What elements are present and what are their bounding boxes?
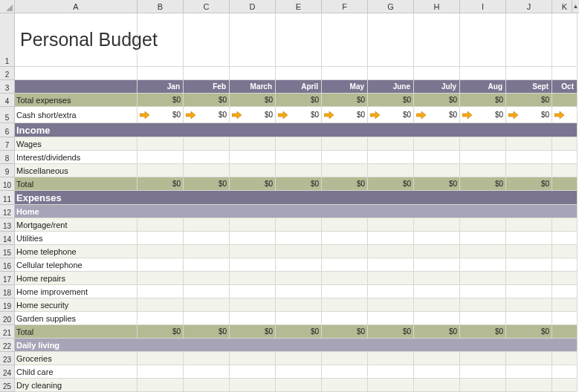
- cell[interactable]: [552, 177, 578, 191]
- cell[interactable]: [322, 232, 368, 245]
- col-header-G[interactable]: G: [368, 0, 414, 13]
- cell[interactable]: [460, 298, 506, 312]
- value-cell[interactable]: $0: [138, 94, 184, 107]
- title-cell[interactable]: Personal Budget: [15, 13, 138, 67]
- cell[interactable]: [138, 312, 184, 325]
- cell[interactable]: [230, 352, 276, 365]
- row-header-1[interactable]: 1: [0, 13, 15, 67]
- cell[interactable]: [184, 151, 230, 164]
- cell[interactable]: [184, 365, 230, 379]
- label-cash-short[interactable]: Cash short/extra: [15, 107, 138, 123]
- cell[interactable]: [414, 245, 460, 258]
- value-cell[interactable]: $0: [138, 325, 184, 339]
- cell[interactable]: [506, 232, 552, 245]
- cell[interactable]: [552, 312, 578, 325]
- value-cell[interactable]: $0: [322, 107, 368, 123]
- cell[interactable]: [138, 272, 184, 285]
- cell[interactable]: [322, 312, 368, 325]
- cell[interactable]: [460, 232, 506, 245]
- cell[interactable]: [276, 245, 322, 258]
- cell[interactable]: [552, 285, 578, 298]
- value-cell[interactable]: $0: [322, 94, 368, 107]
- value-cell[interactable]: $0: [184, 177, 230, 191]
- value-cell[interactable]: $0: [230, 94, 276, 107]
- value-cell[interactable]: $0: [368, 177, 414, 191]
- cell[interactable]: [460, 67, 506, 80]
- cell[interactable]: [552, 94, 578, 107]
- label-groceries[interactable]: Groceries: [15, 352, 138, 365]
- section-expenses[interactable]: Expenses: [15, 191, 578, 205]
- cell[interactable]: [506, 272, 552, 285]
- cell[interactable]: [184, 164, 230, 177]
- cell[interactable]: [276, 218, 322, 232]
- cell[interactable]: [276, 137, 322, 151]
- scroll-up-button[interactable]: ▲: [572, 0, 579, 13]
- value-cell[interactable]: $0: [506, 94, 552, 107]
- row-header-12[interactable]: 12: [0, 205, 15, 218]
- cell[interactable]: [184, 379, 230, 392]
- subsection-home[interactable]: Home: [15, 205, 578, 218]
- cell[interactable]: [276, 67, 322, 80]
- cell[interactable]: [230, 365, 276, 379]
- cell[interactable]: [460, 312, 506, 325]
- cell[interactable]: [460, 218, 506, 232]
- label-income-total[interactable]: Total: [15, 177, 138, 191]
- cell[interactable]: [460, 258, 506, 272]
- month-oct[interactable]: Oct: [552, 80, 578, 94]
- cell[interactable]: [230, 272, 276, 285]
- cell[interactable]: [230, 285, 276, 298]
- cell[interactable]: [552, 67, 578, 80]
- value-cell[interactable]: $0: [230, 177, 276, 191]
- cell[interactable]: [414, 258, 460, 272]
- cell[interactable]: [552, 325, 578, 339]
- cell[interactable]: [184, 67, 230, 80]
- cell[interactable]: [414, 218, 460, 232]
- cell[interactable]: [368, 352, 414, 365]
- cell[interactable]: [322, 365, 368, 379]
- value-cell[interactable]: $0: [184, 94, 230, 107]
- cell[interactable]: [460, 164, 506, 177]
- cell[interactable]: [506, 164, 552, 177]
- cell[interactable]: [138, 285, 184, 298]
- cell[interactable]: [460, 151, 506, 164]
- cell[interactable]: [460, 352, 506, 365]
- cell[interactable]: [552, 164, 578, 177]
- value-cell[interactable]: $0: [138, 177, 184, 191]
- cell[interactable]: [230, 258, 276, 272]
- cell[interactable]: [506, 151, 552, 164]
- cell[interactable]: [506, 285, 552, 298]
- cell[interactable]: [184, 137, 230, 151]
- col-header-J[interactable]: J: [506, 0, 552, 13]
- cell[interactable]: [552, 232, 578, 245]
- value-cell[interactable]: $0: [276, 177, 322, 191]
- col-header-H[interactable]: H: [414, 0, 460, 13]
- label-garden[interactable]: Garden supplies: [15, 312, 138, 325]
- month-jan[interactable]: Jan: [138, 80, 184, 94]
- cell[interactable]: [368, 245, 414, 258]
- cell[interactable]: [138, 365, 184, 379]
- cell[interactable]: [506, 67, 552, 80]
- cell[interactable]: [460, 245, 506, 258]
- cell[interactable]: [138, 379, 184, 392]
- cell[interactable]: [368, 312, 414, 325]
- label-improvement[interactable]: Home improvement: [15, 285, 138, 298]
- cell[interactable]: [552, 365, 578, 379]
- month-may[interactable]: May: [322, 80, 368, 94]
- col-header-I[interactable]: I: [460, 0, 506, 13]
- row-header-17[interactable]: 17: [0, 272, 15, 285]
- cell[interactable]: [15, 67, 138, 80]
- cell[interactable]: [230, 379, 276, 392]
- cell[interactable]: [230, 151, 276, 164]
- month-mar[interactable]: March: [230, 80, 276, 94]
- month-jul[interactable]: July: [414, 80, 460, 94]
- cell[interactable]: [460, 379, 506, 392]
- cell[interactable]: [276, 365, 322, 379]
- cell[interactable]: [184, 312, 230, 325]
- cell[interactable]: [506, 218, 552, 232]
- cell[interactable]: [506, 245, 552, 258]
- cell[interactable]: [506, 298, 552, 312]
- label-home-total[interactable]: Total: [15, 325, 138, 339]
- cell[interactable]: [138, 218, 184, 232]
- value-cell[interactable]: $0: [506, 325, 552, 339]
- month-sep[interactable]: Sept: [506, 80, 552, 94]
